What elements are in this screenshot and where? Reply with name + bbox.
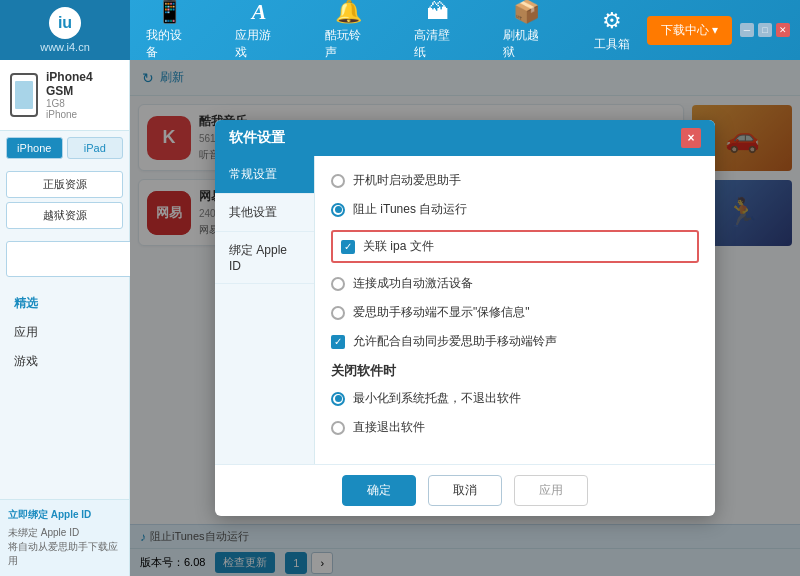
modal-close-button[interactable]: × bbox=[681, 128, 701, 148]
nav-my-device[interactable]: 📱 我的设备 bbox=[130, 0, 209, 67]
nav-jailbreak-label: 刷机越狱 bbox=[503, 27, 550, 61]
option-sync-label: 允许配合自动同步爱思助手移动端铃声 bbox=[353, 333, 557, 350]
device-name: iPhone4 GSM bbox=[46, 70, 119, 98]
shutdown-section-title: 关闭软件时 bbox=[331, 362, 699, 380]
category-apps[interactable]: 应用 bbox=[6, 318, 123, 347]
logo-subtitle: www.i4.cn bbox=[40, 41, 90, 53]
option-startup: 开机时启动爱思助手 bbox=[331, 172, 699, 189]
option-ipa-label: 关联 ipa 文件 bbox=[363, 238, 434, 255]
option-minimize-label: 最小化到系统托盘，不退出软件 bbox=[353, 390, 521, 407]
nav-apps-games[interactable]: A 应用游戏 bbox=[219, 0, 298, 67]
option-connect: 连接成功自动激活设备 bbox=[331, 275, 699, 292]
official-resource-btn[interactable]: 正版资源 bbox=[6, 171, 123, 198]
jailbreak-icon: 📦 bbox=[513, 0, 540, 25]
ringtone-icon: 🔔 bbox=[335, 0, 362, 25]
category-featured[interactable]: 精选 bbox=[6, 289, 123, 318]
download-center-button[interactable]: 下载中心 ▾ bbox=[647, 16, 732, 45]
option-ipa-highlight: ✓ 关联 ipa 文件 bbox=[331, 230, 699, 263]
option-warranty: 爱思助手移动端不显示"保修信息" bbox=[331, 304, 699, 321]
content-area: ↻ 刷新 K 酷我音乐 5617万次 7.9.7 80.64MB 听音乐，找酷狗… bbox=[130, 60, 800, 576]
modal-overlay: 软件设置 × 常规设置 其他设置 绑定 Apple ID bbox=[130, 60, 800, 576]
nav-my-device-label: 我的设备 bbox=[146, 27, 193, 61]
resource-btns: 正版资源 越狱资源 bbox=[0, 165, 129, 235]
top-bar: iu www.i4.cn 📱 我的设备 A 应用游戏 🔔 酷玩铃声 🏔 高清壁纸… bbox=[0, 0, 800, 60]
ipad-tab[interactable]: iPad bbox=[67, 137, 124, 159]
modal-tab-other[interactable]: 其他设置 bbox=[215, 194, 314, 232]
window-controls: ─ □ ✕ bbox=[740, 23, 790, 37]
radio-startup[interactable] bbox=[331, 174, 345, 188]
phone-screen bbox=[15, 81, 33, 109]
option-itunes-label: 阻止 iTunes 自动运行 bbox=[353, 201, 467, 218]
modal-cancel-button[interactable]: 取消 bbox=[428, 475, 502, 506]
radio-minimize-dot bbox=[335, 395, 342, 402]
modal-tab-general[interactable]: 常规设置 bbox=[215, 156, 314, 194]
device-tabs: iPhone iPad bbox=[0, 131, 129, 165]
nav-toolbox-label: 工具箱 bbox=[594, 36, 630, 53]
apple-id-section: 立即绑定 Apple ID 未绑定 Apple ID将自动从爱思助手下载应用 bbox=[0, 499, 129, 576]
modal-title-bar: 软件设置 × bbox=[215, 120, 715, 156]
modal-title: 软件设置 bbox=[229, 129, 285, 147]
categories: 精选 应用 游戏 bbox=[0, 283, 129, 382]
logo-area: iu www.i4.cn bbox=[0, 0, 130, 60]
device-text: iPhone4 GSM 1G8 iPhone bbox=[46, 70, 119, 120]
radio-itunes[interactable] bbox=[331, 203, 345, 217]
modal-confirm-button[interactable]: 确定 bbox=[342, 475, 416, 506]
device-info: iPhone4 GSM 1G8 iPhone bbox=[0, 60, 129, 131]
device-type: iPhone bbox=[46, 109, 119, 120]
option-exit-label: 直接退出软件 bbox=[353, 419, 425, 436]
checkbox-ipa[interactable]: ✓ bbox=[341, 240, 355, 254]
wallpaper-icon: 🏔 bbox=[427, 0, 449, 25]
main-area: iPhone4 GSM 1G8 iPhone iPhone iPad 正版资源 … bbox=[0, 60, 800, 576]
toolbox-icon: ⚙ bbox=[602, 8, 622, 34]
modal-tab-appleid[interactable]: 绑定 Apple ID bbox=[215, 232, 314, 284]
logo-icon: iu bbox=[49, 7, 81, 39]
maximize-button[interactable]: □ bbox=[758, 23, 772, 37]
apps-games-icon: A bbox=[252, 0, 267, 25]
top-right-area: 下载中心 ▾ ─ □ ✕ bbox=[647, 16, 800, 45]
apple-id-title[interactable]: 立即绑定 Apple ID bbox=[8, 508, 121, 522]
modal-footer: 确定 取消 应用 bbox=[215, 464, 715, 516]
option-warranty-label: 爱思助手移动端不显示"保修信息" bbox=[353, 304, 530, 321]
device-icon bbox=[10, 73, 38, 117]
radio-minimize[interactable] bbox=[331, 392, 345, 406]
radio-exit[interactable] bbox=[331, 421, 345, 435]
modal-sidebar: 常规设置 其他设置 绑定 Apple ID bbox=[215, 156, 315, 464]
checkbox-sync[interactable]: ✓ bbox=[331, 335, 345, 349]
option-itunes: 阻止 iTunes 自动运行 bbox=[331, 201, 699, 218]
nav-ringtone-label: 酷玩铃声 bbox=[325, 27, 372, 61]
iphone-tab[interactable]: iPhone bbox=[6, 137, 63, 159]
apple-id-desc: 未绑定 Apple ID将自动从爱思助手下载应用 bbox=[8, 526, 121, 568]
option-startup-label: 开机时启动爱思助手 bbox=[353, 172, 461, 189]
category-games[interactable]: 游戏 bbox=[6, 347, 123, 376]
radio-connect[interactable] bbox=[331, 277, 345, 291]
modal-body: 常规设置 其他设置 绑定 Apple ID 开机时启动爱思助手 bbox=[215, 156, 715, 464]
option-minimize: 最小化到系统托盘，不退出软件 bbox=[331, 390, 699, 407]
close-button[interactable]: ✕ bbox=[776, 23, 790, 37]
device-id: 1G8 bbox=[46, 98, 119, 109]
nav-wallpaper-label: 高清壁纸 bbox=[414, 27, 461, 61]
my-device-icon: 📱 bbox=[156, 0, 183, 25]
nav-jailbreak[interactable]: 📦 刷机越狱 bbox=[487, 0, 566, 67]
radio-warranty[interactable] bbox=[331, 306, 345, 320]
modal-settings-content: 开机时启动爱思助手 阻止 iTunes 自动运行 ✓ 关联 ipa bbox=[315, 156, 715, 464]
nav-toolbox[interactable]: ⚙ 工具箱 bbox=[577, 2, 647, 59]
modal-apply-button[interactable]: 应用 bbox=[514, 475, 588, 506]
search-area: 搜索 bbox=[0, 235, 129, 283]
jailbreak-resource-btn[interactable]: 越狱资源 bbox=[6, 202, 123, 229]
minimize-button[interactable]: ─ bbox=[740, 23, 754, 37]
nav-wallpaper[interactable]: 🏔 高清壁纸 bbox=[398, 0, 477, 67]
option-connect-label: 连接成功自动激活设备 bbox=[353, 275, 473, 292]
option-sync: ✓ 允许配合自动同步爱思助手移动端铃声 bbox=[331, 333, 699, 350]
settings-modal: 软件设置 × 常规设置 其他设置 绑定 Apple ID bbox=[215, 120, 715, 516]
nav-ringtone[interactable]: 🔔 酷玩铃声 bbox=[309, 0, 388, 67]
nav-apps-label: 应用游戏 bbox=[235, 27, 282, 61]
option-exit: 直接退出软件 bbox=[331, 419, 699, 436]
radio-itunes-dot bbox=[335, 206, 342, 213]
nav-bar: 📱 我的设备 A 应用游戏 🔔 酷玩铃声 🏔 高清壁纸 📦 刷机越狱 ⚙ 工具箱 bbox=[130, 0, 647, 67]
sidebar: iPhone4 GSM 1G8 iPhone iPhone iPad 正版资源 … bbox=[0, 60, 130, 576]
